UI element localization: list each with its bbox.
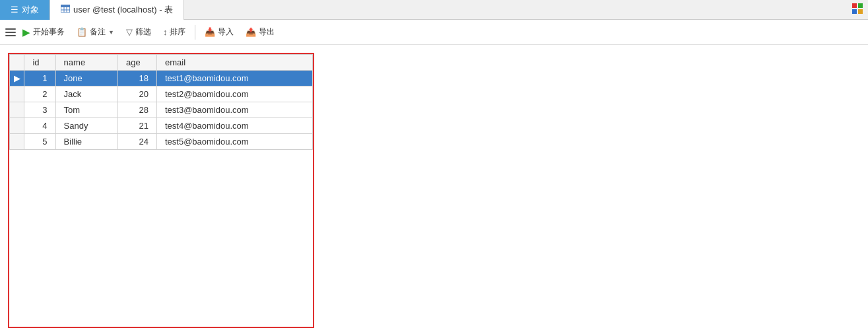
header-age[interactable]: age (117, 55, 156, 71)
svg-rect-6 (858, 3, 863, 8)
tab-table-label: user @test (localhost) - 表 (73, 4, 173, 16)
table-header-row: id name age email (10, 55, 313, 71)
cell-email: test4@baomidou.com (156, 118, 312, 134)
filter-icon: ▽ (126, 27, 133, 37)
tab-objects[interactable]: ☰ 对象 (0, 0, 50, 20)
import-label: 导入 (218, 26, 234, 38)
data-table: id name age email ▶1Jone18test1@baomidou… (9, 54, 313, 150)
svg-rect-8 (858, 9, 863, 14)
cell-id: 2 (24, 86, 55, 102)
table-row[interactable]: ▶1Jone18test1@baomidou.com (10, 71, 313, 86)
header-indicator (10, 55, 24, 71)
table-row[interactable]: 2Jack20test2@baomidou.com (10, 86, 313, 102)
cell-id: 3 (24, 102, 55, 118)
note-icon: 📋 (77, 27, 87, 37)
cell-id: 4 (24, 118, 55, 134)
cell-age: 20 (117, 86, 156, 102)
toolbar-separator (195, 25, 195, 40)
svg-rect-1 (61, 5, 70, 7)
export-label: 导出 (259, 26, 275, 38)
table-row[interactable]: 3Tom28test3@baomidou.com (10, 102, 313, 118)
objects-icon: ☰ (11, 5, 18, 15)
sort-icon: ↕ (163, 27, 168, 37)
toolbar: ▶ 开始事务 📋 备注 ▼ ▽ 筛选 ↕ 排序 📥 导入 📤 导出 (0, 20, 868, 45)
cell-email: test5@baomidou.com (156, 134, 312, 150)
note-button[interactable]: 📋 备注 ▼ (71, 24, 119, 40)
cell-name: Jone (55, 71, 117, 86)
cell-id: 1 (24, 71, 55, 86)
filter-button[interactable]: ▽ 筛选 (121, 24, 156, 40)
import-button[interactable]: 📥 导入 (199, 24, 239, 40)
tab-bar-actions (852, 3, 868, 16)
start-transaction-button[interactable]: ▶ 开始事务 (17, 24, 70, 41)
tab-objects-label: 对象 (22, 4, 39, 16)
tab-table[interactable]: user @test (localhost) - 表 (50, 0, 184, 20)
cell-email: test3@baomidou.com (156, 102, 312, 118)
row-indicator (10, 102, 24, 118)
row-indicator: ▶ (10, 71, 24, 86)
table-row[interactable]: 5Billie24test5@baomidou.com (10, 134, 313, 150)
row-indicator (10, 134, 24, 150)
main-content: id name age email ▶1Jone18test1@baomidou… (0, 45, 868, 336)
import-icon: 📥 (205, 27, 215, 37)
cell-name: Tom (55, 102, 117, 118)
svg-rect-7 (852, 9, 857, 14)
header-id[interactable]: id (24, 55, 55, 71)
cell-name: Sandy (55, 118, 117, 134)
cell-age: 21 (117, 118, 156, 134)
cell-email: test2@baomidou.com (156, 86, 312, 102)
table-row[interactable]: 4Sandy21test4@baomidou.com (10, 118, 313, 134)
colorful-icon (852, 3, 863, 16)
header-email[interactable]: email (156, 55, 312, 71)
row-indicator (10, 118, 24, 134)
filter-label: 筛选 (135, 26, 151, 38)
cell-id: 5 (24, 134, 55, 150)
sort-label: 排序 (170, 26, 185, 38)
cell-age: 24 (117, 134, 156, 150)
note-dropdown-icon: ▼ (108, 29, 114, 36)
start-transaction-label: 开始事务 (33, 26, 65, 38)
start-transaction-icon: ▶ (22, 26, 30, 38)
cell-email: test1@baomidou.com (156, 71, 312, 86)
cell-age: 28 (117, 102, 156, 118)
export-icon: 📤 (246, 27, 256, 37)
tab-bar: ☰ 对象 user @test (localhost) - 表 (0, 0, 868, 20)
svg-rect-5 (852, 3, 857, 8)
header-name[interactable]: name (55, 55, 117, 71)
sort-button[interactable]: ↕ 排序 (158, 24, 191, 40)
table-container: id name age email ▶1Jone18test1@baomidou… (8, 53, 314, 328)
export-button[interactable]: 📤 导出 (240, 24, 280, 40)
cell-name: Jack (55, 86, 117, 102)
menu-button[interactable] (5, 28, 16, 36)
cell-age: 18 (117, 71, 156, 86)
cell-name: Billie (55, 134, 117, 150)
note-label: 备注 (90, 26, 106, 38)
table-icon (61, 5, 70, 15)
row-indicator (10, 86, 24, 102)
